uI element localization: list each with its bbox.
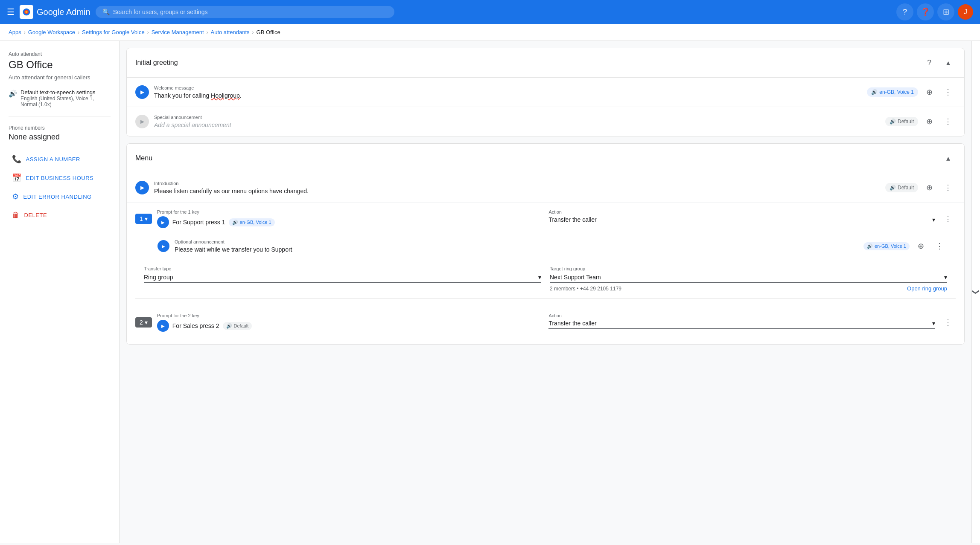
key2-play-button[interactable]: ▶ — [157, 320, 169, 332]
menu-collapse-button[interactable]: ▴ — [940, 151, 956, 166]
initial-greeting-header-icons: ? ▴ — [922, 55, 956, 70]
key1-target-members: 2 members • +44 29 2105 1179 — [550, 286, 621, 292]
breadcrumb: Apps › Google Workspace › Settings for G… — [0, 24, 980, 41]
play-icon-2: ▶ — [140, 119, 144, 125]
edit-business-hours-button[interactable]: 📅 EDIT BUSINESS HOURS — [9, 169, 111, 187]
tts-settings: 🔊 Default text-to-speech settings Englis… — [9, 89, 111, 116]
intro-more-button[interactable]: ⋮ — [940, 180, 956, 195]
key1-optional-add-button[interactable]: ⊕ — [913, 238, 928, 254]
business-hours-icon: 📅 — [12, 173, 22, 183]
special-add-button[interactable]: ⊕ — [922, 114, 937, 129]
welcome-more-button[interactable]: ⋮ — [940, 84, 956, 100]
search-input[interactable] — [113, 9, 388, 15]
edit-error-handling-button[interactable]: ⚙ EDIT ERROR HANDLING — [9, 188, 111, 206]
intro-actions: 🔊 Default ⊕ ⋮ — [885, 180, 956, 195]
menu-collapse-icon: ▴ — [946, 154, 950, 163]
key1-transfer-row: Transfer type Ring group ▾ Target ring g… — [135, 259, 956, 299]
main-content: Initial greeting ? ▴ ▶ Welcome message — [120, 41, 971, 543]
play-icon: ▶ — [140, 89, 144, 95]
intro-add-button[interactable]: ⊕ — [922, 180, 937, 195]
special-play-button[interactable]: ▶ — [135, 115, 149, 128]
menu-header-icons: ▴ — [940, 151, 956, 166]
key1-optional-play-button[interactable]: ▶ — [158, 240, 169, 252]
key2-voice-badge: 🔊 Default — [223, 322, 252, 330]
initial-greeting-help-button[interactable]: ? — [922, 55, 937, 70]
breadcrumb-google-workspace[interactable]: Google Workspace — [28, 29, 75, 35]
special-more-button[interactable]: ⋮ — [940, 114, 956, 129]
error-handling-label: EDIT ERROR HANDLING — [23, 194, 92, 200]
delete-button[interactable]: 🗑 DELETE — [9, 206, 111, 224]
key1-dropdown-icon: ▾ — [145, 215, 148, 222]
question-support-button[interactable]: ❓ — [917, 3, 934, 20]
key2-more-button[interactable]: ⋮ — [940, 315, 956, 330]
speaker-icon-2: 🔊 — [890, 119, 896, 125]
key2-badge[interactable]: 2 ▾ — [135, 317, 152, 328]
key1-optional-more-button[interactable]: ⋮ — [932, 238, 947, 254]
special-announcement-label: Special announcement — [154, 115, 880, 120]
menu-header[interactable]: Menu ▴ — [127, 144, 964, 173]
key1-speaker-icon: 🔊 — [232, 220, 238, 225]
welcome-add-button[interactable]: ⊕ — [922, 84, 937, 100]
key2-header: 2 ▾ Prompt for the 2 key ▶ For Sales pre… — [135, 313, 956, 332]
welcome-message-label: Welcome message — [154, 85, 862, 90]
key1-action-dropdown-icon: ▾ — [932, 216, 935, 223]
help-button[interactable]: ? — [896, 3, 913, 20]
key1-open-ring-group-link[interactable]: Open ring group — [907, 285, 947, 292]
intro-play-button[interactable]: ▶ — [135, 181, 149, 194]
intro-badge-label: Default — [898, 185, 914, 191]
assign-number-label: ASSIGN A NUMBER — [26, 156, 80, 162]
breadcrumb-settings-voice[interactable]: Settings for Google Voice — [82, 29, 145, 35]
key1-voice-badge: 🔊 en-GB, Voice 1 — [229, 218, 275, 226]
intro-label: Introduction — [154, 181, 880, 186]
search-bar[interactable]: 🔍 — [96, 6, 394, 18]
welcome-play-button[interactable]: ▶ — [135, 85, 149, 99]
key1-badge[interactable]: 1 ▾ — [135, 214, 152, 224]
welcome-message-text: Thank you for calling Hooligroup. — [154, 92, 862, 99]
welcome-voice-label: en-GB, Voice 1 — [879, 89, 914, 95]
initial-greeting-collapse-button[interactable]: ▴ — [940, 55, 956, 70]
top-navigation: ☰ Google Admin 🔍 ? ❓ ⊞ J — [0, 0, 980, 24]
key2-action-value: Transfer the caller — [548, 320, 596, 327]
tts-icon: 🔊 — [9, 90, 17, 98]
apps-grid-button[interactable]: ⊞ — [937, 3, 954, 20]
welcome-text-suffix: . — [240, 92, 242, 99]
initial-greeting-title: Initial greeting — [135, 59, 178, 67]
special-announcement-actions: 🔊 Default ⊕ ⋮ — [885, 114, 956, 129]
key1-prompt-label: Prompt for the 1 key — [157, 209, 544, 215]
hamburger-menu-icon[interactable]: ☰ — [7, 7, 15, 17]
welcome-text-prefix: Thank you for calling — [154, 92, 211, 99]
key1-target-select[interactable]: Next Support Team ▾ — [550, 274, 947, 283]
welcome-voice-badge: 🔊 en-GB, Voice 1 — [867, 87, 918, 97]
key1-optional-more-icon: ⋮ — [936, 241, 943, 251]
sidebar-actions: 📞 ASSIGN A NUMBER 📅 EDIT BUSINESS HOURS … — [9, 150, 111, 224]
key1-transfer-type-value: Ring group — [144, 274, 173, 281]
key2-prompt-label: Prompt for the 2 key — [157, 313, 544, 318]
breadcrumb-sep-1: › — [24, 29, 26, 35]
key1-transfer-type-field: Transfer type Ring group ▾ — [144, 266, 541, 292]
breadcrumb-apps[interactable]: Apps — [9, 29, 21, 35]
right-panel-collapse[interactable]: ❯ — [971, 41, 980, 543]
key1-action-select[interactable]: Transfer the caller ▾ — [548, 216, 935, 225]
key1-action-area: Action Transfer the caller ▾ — [548, 209, 935, 225]
special-announcement-row: ▶ Special announcement Add a special ann… — [127, 107, 964, 136]
breadcrumb-service-management[interactable]: Service Management — [152, 29, 204, 35]
sidebar-title: GB Office — [9, 59, 111, 71]
error-handling-icon: ⚙ — [12, 192, 19, 201]
key1-optional-label: Optional announcement — [175, 239, 858, 244]
initial-greeting-header[interactable]: Initial greeting ? ▴ — [127, 48, 964, 78]
intro-more-icon: ⋮ — [944, 183, 952, 192]
key1-play-button[interactable]: ▶ — [157, 216, 169, 228]
key2-action-label: Action — [548, 313, 935, 318]
breadcrumb-auto-attendants[interactable]: Auto attendants — [211, 29, 250, 35]
key1-more-button[interactable]: ⋮ — [940, 211, 956, 226]
key2-action-area: Action Transfer the caller ▾ — [548, 313, 935, 329]
key1-voice-label: en-GB, Voice 1 — [240, 220, 271, 225]
menu-title: Menu — [135, 154, 152, 162]
key2-action-select[interactable]: Transfer the caller ▾ — [548, 320, 935, 329]
user-avatar[interactable]: J — [958, 4, 973, 20]
breadcrumb-sep-5: › — [252, 29, 254, 35]
key1-transfer-type-select[interactable]: Ring group ▾ — [144, 274, 541, 283]
special-announcement-text[interactable]: Add a special announcement — [154, 122, 880, 128]
special-announcement-content: Special announcement Add a special annou… — [154, 115, 880, 128]
assign-number-button[interactable]: 📞 ASSIGN A NUMBER — [9, 150, 111, 168]
